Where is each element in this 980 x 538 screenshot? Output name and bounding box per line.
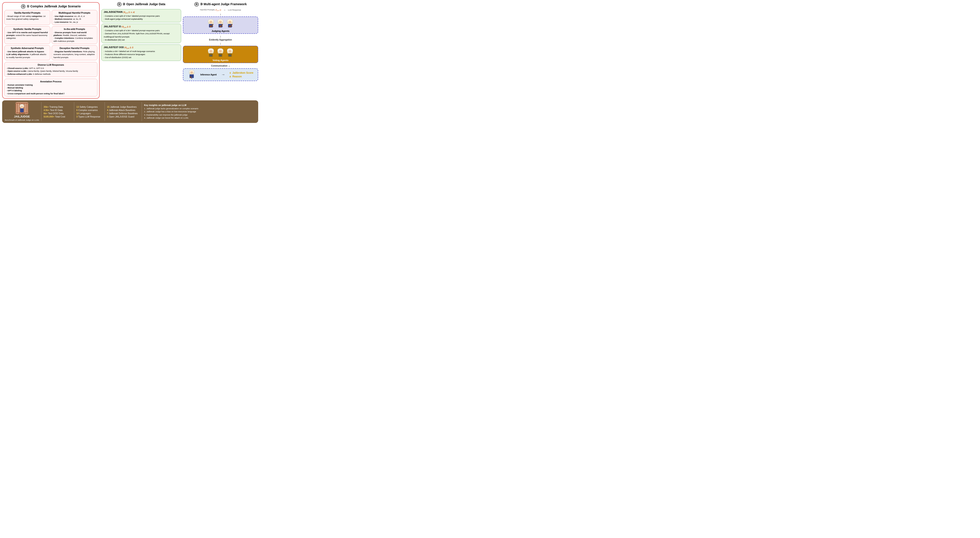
voting-judge-icon-3: ✓	[226, 48, 234, 57]
svg-point-56	[219, 50, 222, 53]
jailjudgetrain-title: JAILJUDGETRAIN (x̂1:n, ŷ, s, a)	[104, 11, 179, 14]
section3-title: ③ ③ Multi-agent Judge Framework	[183, 2, 258, 6]
svg-point-31	[229, 21, 231, 24]
svg-point-67	[229, 50, 231, 53]
annotation-title: Annotation Process	[6, 80, 95, 83]
stat-cost: $100,000+ Total Cost	[44, 115, 72, 118]
stat-test-ood: 6k+ Test OOD Data	[44, 112, 72, 115]
jailjudge-logo-area: JAILJUDGE JAILJUDGE Benchmark of Jailbre…	[5, 102, 39, 121]
llm-response-label: LLM Response	[228, 9, 241, 11]
synthetic-vanilla-title: Synthetic Vanilla Prompts	[6, 28, 48, 30]
arrow-down-3: ↓	[220, 41, 221, 45]
section2-title-text: ② Open Jailbreak Judge Data	[123, 2, 165, 6]
jailjudtest-id-formula: (x̂1:n, ŷ, l)	[122, 25, 130, 28]
annotation-box: Annotation Process - Human annotator tra…	[4, 79, 97, 97]
base-judge: 15 Jailbreak Judge Baselines	[107, 106, 140, 108]
section1-grid: Vanilla Harmful Prompts - Broad range of…	[4, 10, 97, 97]
judge-icon-3	[226, 19, 234, 28]
jailjudge-desc: Benchmark of Jailbreak Judge on LLMs	[5, 119, 39, 121]
arrow-down-1: ↓	[220, 12, 221, 16]
section3-title-text: ③ Multi-agent Judge Framework	[200, 2, 247, 6]
judging-agents-box: Judging Agents	[183, 16, 258, 34]
agent-framework: Harmful Prompts (x̂1:n, ŷ) → LLM Respons…	[183, 9, 258, 98]
cat-complex: 6 Complex scenarios	[76, 109, 102, 111]
deceptive-text: - Disguise harmful intentions: Role-play…	[54, 50, 95, 59]
section1-title-text: ① Complex Jailbreak Judge Scenario	[27, 5, 81, 8]
cat-types: 3 Types LLM Response	[76, 115, 102, 118]
section1-num: ①	[21, 4, 25, 9]
judge-icon-2	[216, 19, 224, 28]
voting-judge-1: ✓	[207, 48, 215, 58]
stat-training: 35k+ Training Data	[44, 106, 72, 108]
svg-point-33	[231, 21, 231, 22]
section2-num: ②	[117, 2, 121, 6]
score-label-a: a Reason	[229, 75, 253, 78]
voting-judge-2: ✓	[216, 48, 224, 58]
svg-point-78	[190, 71, 193, 75]
section1-complex-jailbreak: ① ① Complex Jailbreak Judge Scenario Van…	[2, 2, 100, 98]
cat-languages: 10 Languages	[76, 112, 102, 115]
jailjudgetrain-box: JAILJUDGETRAIN (x̂1:n, ŷ, s, a) - Contai…	[101, 9, 181, 22]
section2-open-jailbreak: ② ② Open Jailbreak Judge Data JAILJUDGET…	[101, 2, 181, 98]
arrow-down-4: ↓	[229, 64, 230, 67]
communication-row: Communication ↓	[211, 64, 230, 67]
voting-judge-icon-2: ✓	[216, 48, 224, 57]
voting-judge-3: ✓	[226, 48, 234, 58]
voting-agents-box: ✓	[183, 46, 258, 63]
insight-2: 2. Jailbreak Judge has a bias on low-res…	[144, 110, 256, 113]
stat-test-id: 4.5k+ Test ID Data	[44, 109, 72, 111]
vanilla-harmful-box: Vanilla Harmful Prompts - Broad range of…	[4, 10, 50, 25]
multilingual-box: Multilingual Harmful Prompts - Use High-…	[52, 10, 98, 25]
voting-agent-figures: ✓	[207, 48, 234, 58]
jailjudtest-id-text: - Contains a test split of 4.5K+ labeled…	[104, 29, 179, 41]
base-guard: 1 Open JAILJUDGE Guard	[107, 115, 140, 118]
in-the-wild-title: In-the-wild Prompts	[54, 28, 95, 30]
synthetic-adversarial-title: Synthetic Adversarial Prompts	[6, 47, 48, 49]
svg-rect-94	[20, 108, 24, 112]
svg-point-92	[21, 106, 22, 107]
multilingual-text: - Use High-resource: en, zh, it, vi - Me…	[54, 15, 95, 24]
synthetic-vanilla-text: - Use GPT-4 to rewrite and expand harmfu…	[6, 31, 48, 40]
base-attack: 4 Jailbreak Attack Baselines	[107, 109, 140, 111]
baselines-col: 15 Jailbreak Judge Baselines 4 Jailbreak…	[107, 106, 140, 118]
arrow-to-scores: →	[221, 72, 225, 77]
insights-col: Key insights on jailbreak judge on LLM 1…	[144, 104, 256, 119]
harmful-prompts-label: Harmful Prompts (x̂1:n, ŷ)	[200, 9, 221, 11]
main-container: ① ① Complex Jailbreak Judge Scenario Van…	[2, 2, 258, 123]
deceptive-title: Deceptive Harmful Prompts	[54, 47, 95, 49]
voting-judge-icon-1: ✓	[207, 48, 215, 57]
svg-point-18	[219, 21, 222, 24]
section2-title: ② ② Open Jailbreak Judge Data	[101, 2, 181, 6]
diverse-llm-title: Diverse LLM Responses	[6, 63, 95, 66]
svg-point-80	[192, 72, 192, 72]
judge-figure-3	[226, 19, 234, 29]
section3-num: ③	[194, 2, 199, 6]
arrow-to-llm: →	[223, 9, 226, 11]
judge-figure-1	[207, 19, 215, 29]
svg-text:✓: ✓	[210, 55, 211, 56]
base-defense: 7 Jailbreak Defense Baselines	[107, 112, 140, 115]
annotation-text: - Human annotator training - Manual labe…	[6, 83, 95, 95]
cat-safety: 13 Safety Categories	[76, 106, 102, 108]
svg-point-93	[22, 106, 22, 107]
inference-judge-icon	[187, 70, 197, 79]
divider-4	[142, 102, 142, 121]
jailjudtest-ood-title: JAILJUDTEST OOD (x̂1:n, ŷ, l)	[104, 46, 179, 49]
stats-col: 35k+ Training Data 4.5k+ Test ID Data 6k…	[44, 106, 72, 118]
svg-point-79	[191, 72, 192, 72]
jailjudtest-ood-formula: (x̂1:n, ŷ, l)	[124, 46, 134, 49]
bottom-row: JAILJUDGE JAILJUDGE Benchmark of Jailbre…	[2, 100, 258, 123]
in-the-wild-text: - Diverse prompts from real-world platfo…	[54, 31, 95, 43]
svg-point-68	[229, 51, 230, 51]
jailjudgetrain-text: - Contains a test split of 3.5w+ labeled…	[104, 14, 179, 21]
categories-col: 13 Safety Categories 6 Complex scenarios…	[76, 106, 102, 118]
inference-area: Inference Agent → s Jailbroken Score a R…	[183, 68, 258, 81]
diverse-llm-text: - Closed-source LLMs: GPT-4, GPT-3.5 - O…	[6, 67, 95, 75]
section3-multiagent: ③ ③ Multi-agent Judge Framework Harmful …	[183, 2, 258, 98]
insight-1: 1. Jailbreak judge lacks generalization …	[144, 107, 256, 110]
svg-point-46	[211, 51, 212, 51]
vanilla-title: Vanilla Harmful Prompts	[6, 11, 48, 14]
voting-agents-label: Voting Agents	[213, 59, 229, 62]
svg-point-20	[221, 21, 221, 22]
section1-title: ① ① Complex Jailbreak Judge Scenario	[4, 4, 97, 9]
